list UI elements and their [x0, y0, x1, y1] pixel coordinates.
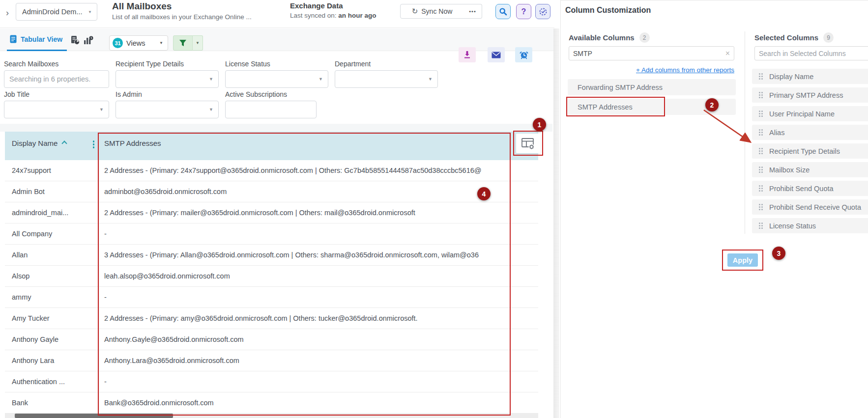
filter-input[interactable]: ▼	[225, 70, 328, 88]
column-menu-icon[interactable]	[93, 140, 95, 148]
clear-search-icon[interactable]: ×	[725, 49, 730, 58]
table-row[interactable]: Alsop leah.alsop@o365droid.onmicrosoft.c…	[5, 266, 538, 287]
table-row[interactable]: ammy -	[5, 287, 538, 308]
filter-input[interactable]: ▼	[4, 101, 109, 118]
column-header-display-name[interactable]: Display Name	[5, 132, 99, 160]
cell-display-name: 24x7support	[5, 160, 99, 181]
top-header-bar: › AdminDroid Dem... ▼ All Mailboxes List…	[0, 0, 554, 28]
sort-ascending-icon[interactable]	[62, 140, 67, 146]
selected-column-item[interactable]: Recipient Type Details	[752, 143, 868, 159]
drag-handle-icon[interactable]	[759, 167, 763, 173]
selected-column-label: Prohibit Send Receive Quota	[769, 203, 861, 211]
cell-smtp-addresses: -	[99, 371, 538, 392]
table-row[interactable]: admindroid_mai... 2 Addresses - (Primary…	[5, 202, 538, 223]
sync-more-options-button[interactable]: •••	[463, 4, 482, 19]
table-row[interactable]: Authentication ... -	[5, 371, 538, 392]
filter-options-dropdown[interactable]: ▼	[193, 35, 203, 51]
cell-smtp-addresses: Anthony.Gayle@o365droid.onmicrosoft.com	[99, 329, 538, 350]
table-row[interactable]: Anthony Gayle Anthony.Gayle@o365droid.on…	[5, 329, 538, 350]
drag-handle-icon[interactable]	[759, 185, 763, 192]
selected-columns-search-input[interactable]: Search in Selected Columns	[754, 46, 868, 60]
tab-chart-view[interactable]	[84, 35, 93, 45]
sync-now-button[interactable]: ↻ Sync Now	[400, 4, 464, 19]
selected-column-item[interactable]: Mailbox Size	[752, 162, 868, 177]
filter-input[interactable]: ▼	[335, 70, 438, 88]
cell-display-name: Admin Bot	[5, 181, 99, 202]
add-columns-from-other-reports-link[interactable]: + Add columns from other reports	[569, 66, 734, 74]
table-row[interactable]: Allan 3 Addresses - (Primary: Allan@o365…	[5, 245, 538, 266]
filter-input[interactable]: Searching in 6 properties. ▼	[4, 70, 109, 88]
selected-column-label: Prohibit Send Quota	[769, 185, 834, 193]
filter-field: Is Admin ▼	[116, 90, 219, 118]
tab-tabular-view[interactable]: Tabular View	[7, 28, 67, 51]
table-row[interactable]: All Company -	[5, 223, 538, 245]
table-row[interactable]: Anthony Lara Anthony.Lara@o365droid.onmi…	[5, 350, 538, 371]
page-title: All Mailboxes	[112, 1, 172, 12]
filter-field: License Status ▼	[225, 60, 328, 88]
cell-smtp-addresses: -	[99, 287, 538, 307]
filter-field: Search Mailboxes Searching in 6 properti…	[4, 60, 109, 88]
email-report-button[interactable]	[488, 47, 505, 62]
table-row[interactable]: Bank Bank@o365droid.onmicrosoft.com	[5, 392, 538, 414]
cell-display-name: Authentication ...	[5, 371, 99, 392]
chevron-down-icon: ▼	[159, 41, 163, 45]
selected-column-item[interactable]: Primary SMTP Address	[752, 87, 868, 103]
drag-handle-icon[interactable]	[759, 148, 763, 154]
views-dropdown-button[interactable]: 31 Views ▼	[109, 35, 168, 51]
filter-label: Recipient Type Details	[116, 60, 219, 68]
panel-divider	[745, 31, 745, 234]
drag-handle-icon[interactable]	[759, 129, 763, 136]
filter-input[interactable]: ▼	[225, 101, 317, 118]
search-icon	[499, 7, 507, 16]
filter-button[interactable]	[173, 35, 193, 51]
available-columns-search-input[interactable]: SMTP ×	[569, 46, 734, 60]
filter-placeholder: Searching in 6 properties.	[9, 75, 90, 83]
schedule-alert-button[interactable]	[515, 47, 532, 62]
breadcrumb-chevron-icon[interactable]: ›	[6, 8, 9, 18]
schedule-button[interactable]	[535, 4, 550, 19]
question-mark-icon: ?	[521, 7, 526, 16]
selected-column-item[interactable]: Prohibit Send Receive Quota	[752, 199, 868, 215]
vertical-scrollbar[interactable]	[553, 28, 559, 418]
selected-columns-heading: Selected Columns 9	[754, 32, 834, 43]
cell-smtp-addresses: adminbot@o365droid.onmicrosoft.com	[99, 181, 538, 202]
tab-report-view[interactable]	[70, 35, 80, 45]
file-chart-icon	[70, 35, 80, 45]
export-button[interactable]	[459, 47, 476, 62]
available-column-item-smtp-addresses[interactable]: SMTP Addresses	[568, 99, 736, 115]
table-row[interactable]: 24x7support 2 Addresses - (Primary: 24x7…	[5, 160, 538, 181]
global-search-button[interactable]	[495, 4, 511, 19]
table-row[interactable]: Amy Tucker 2 Addresses - (Primary: amy@o…	[5, 308, 538, 329]
help-button[interactable]: ?	[516, 4, 531, 19]
selected-count-badge: 9	[823, 32, 834, 43]
available-column-item[interactable]: Forwarding SMTP Address	[568, 79, 736, 95]
views-count-badge: 31	[113, 38, 123, 48]
column-header-smtp-addresses[interactable]: SMTP Addresses	[99, 132, 538, 160]
cell-display-name: Amy Tucker	[5, 308, 99, 329]
selected-column-item[interactable]: Alias	[752, 125, 868, 140]
filter-funnel-icon	[179, 39, 187, 47]
alarm-clock-icon	[520, 51, 528, 59]
drag-handle-icon[interactable]	[759, 111, 763, 117]
data-source-title: Exchange Data	[290, 1, 343, 10]
selected-column-item[interactable]: Display Name	[752, 69, 868, 84]
cell-display-name: Anthony Lara	[5, 350, 99, 371]
drag-handle-icon[interactable]	[759, 204, 763, 210]
filter-input[interactable]: ▼	[116, 70, 219, 88]
drag-handle-icon[interactable]	[759, 223, 763, 229]
selected-column-item[interactable]: Prohibit Send Quota	[752, 181, 868, 196]
selected-column-item[interactable]: User Principal Name	[752, 106, 868, 121]
selected-column-item[interactable]: License Status	[752, 218, 868, 233]
org-selector-dropdown[interactable]: AdminDroid Dem... ▼	[16, 3, 97, 21]
table-row[interactable]: Admin Bot adminbot@o365droid.onmicrosoft…	[5, 181, 538, 202]
horizontal-scrollbar-thumb[interactable]	[15, 414, 173, 418]
org-selector-label: AdminDroid Dem...	[22, 8, 82, 16]
clock-check-icon	[539, 7, 548, 16]
apply-button[interactable]: Apply	[727, 253, 758, 267]
filter-input[interactable]: ▼	[116, 101, 219, 118]
filter-label: Is Admin	[116, 90, 219, 98]
drag-handle-icon[interactable]	[759, 92, 763, 98]
column-customization-button[interactable]	[516, 134, 541, 153]
selected-columns-list: Display Name Primary SMTP Address User P…	[752, 69, 868, 233]
drag-handle-icon[interactable]	[759, 73, 763, 80]
